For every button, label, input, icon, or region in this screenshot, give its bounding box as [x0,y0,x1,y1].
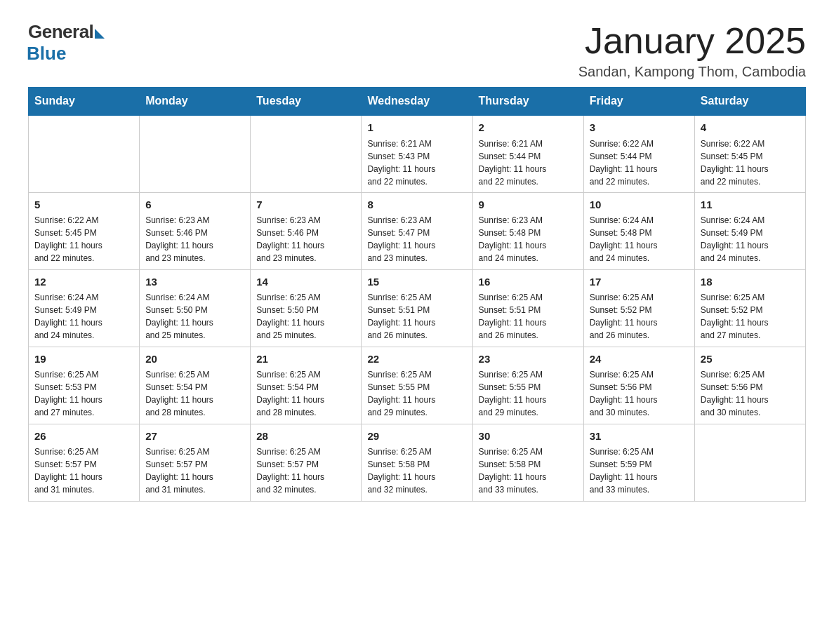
calendar-header-friday: Friday [583,88,694,116]
day-info: Sunrise: 6:22 AM Sunset: 5:45 PM Dayligh… [701,137,800,188]
day-number: 25 [701,351,800,368]
calendar-cell: 24Sunrise: 6:25 AM Sunset: 5:56 PM Dayli… [583,347,694,424]
day-number: 9 [479,197,578,213]
logo-arrow-icon [95,29,105,39]
day-info: Sunrise: 6:25 AM Sunset: 5:55 PM Dayligh… [367,368,466,419]
day-number: 6 [145,197,244,213]
calendar-cell: 11Sunrise: 6:24 AM Sunset: 5:49 PM Dayli… [694,192,805,269]
calendar-week-row: 5Sunrise: 6:22 AM Sunset: 5:45 PM Daylig… [29,192,806,269]
calendar-cell: 13Sunrise: 6:24 AM Sunset: 5:50 PM Dayli… [140,269,251,347]
calendar-cell [29,115,140,192]
calendar-week-row: 26Sunrise: 6:25 AM Sunset: 5:57 PM Dayli… [29,424,806,501]
day-info: Sunrise: 6:23 AM Sunset: 5:46 PM Dayligh… [256,214,355,264]
calendar-cell: 17Sunrise: 6:25 AM Sunset: 5:52 PM Dayli… [583,269,694,347]
day-info: Sunrise: 6:25 AM Sunset: 5:51 PM Dayligh… [479,291,578,342]
day-info: Sunrise: 6:25 AM Sunset: 5:58 PM Dayligh… [479,445,578,496]
calendar-cell: 21Sunrise: 6:25 AM Sunset: 5:54 PM Dayli… [251,347,362,424]
calendar-header-wednesday: Wednesday [362,88,472,116]
calendar-cell: 31Sunrise: 6:25 AM Sunset: 5:59 PM Dayli… [583,424,694,501]
day-number: 3 [590,120,689,136]
calendar-cell: 9Sunrise: 6:23 AM Sunset: 5:48 PM Daylig… [472,192,583,269]
day-number: 27 [145,429,244,445]
calendar-week-row: 19Sunrise: 6:25 AM Sunset: 5:53 PM Dayli… [29,347,806,424]
calendar-cell: 5Sunrise: 6:22 AM Sunset: 5:45 PM Daylig… [29,192,140,269]
calendar-week-row: 12Sunrise: 6:24 AM Sunset: 5:49 PM Dayli… [29,269,806,347]
day-number: 14 [256,274,355,290]
logo: General Blue [28,21,105,65]
calendar-header-monday: Monday [140,88,251,116]
calendar-header-sunday: Sunday [29,88,140,116]
day-number: 26 [34,429,133,445]
calendar-cell: 14Sunrise: 6:25 AM Sunset: 5:50 PM Dayli… [251,269,362,347]
calendar-cell: 6Sunrise: 6:23 AM Sunset: 5:46 PM Daylig… [140,192,251,269]
main-title: January 2025 [578,21,806,61]
day-info: Sunrise: 6:25 AM Sunset: 5:52 PM Dayligh… [701,291,800,342]
day-number: 11 [701,197,800,213]
day-info: Sunrise: 6:25 AM Sunset: 5:55 PM Dayligh… [479,368,578,419]
calendar-cell [140,115,251,192]
calendar-cell [251,115,362,192]
calendar-cell: 28Sunrise: 6:25 AM Sunset: 5:57 PM Dayli… [251,424,362,501]
calendar-cell: 23Sunrise: 6:25 AM Sunset: 5:55 PM Dayli… [472,347,583,424]
day-info: Sunrise: 6:21 AM Sunset: 5:44 PM Dayligh… [479,137,578,188]
day-info: Sunrise: 6:25 AM Sunset: 5:57 PM Dayligh… [256,445,355,496]
calendar-cell: 10Sunrise: 6:24 AM Sunset: 5:48 PM Dayli… [583,192,694,269]
day-info: Sunrise: 6:24 AM Sunset: 5:49 PM Dayligh… [34,291,133,342]
day-info: Sunrise: 6:24 AM Sunset: 5:49 PM Dayligh… [701,214,800,264]
day-number: 7 [256,197,355,213]
title-block: January 2025 Sandan, Kampong Thom, Cambo… [578,21,806,80]
calendar-week-row: 1Sunrise: 6:21 AM Sunset: 5:43 PM Daylig… [29,115,806,192]
subtitle: Sandan, Kampong Thom, Cambodia [578,64,806,80]
day-number: 19 [34,351,133,368]
calendar-cell [694,424,805,501]
calendar-cell: 22Sunrise: 6:25 AM Sunset: 5:55 PM Dayli… [362,347,472,424]
day-info: Sunrise: 6:25 AM Sunset: 5:54 PM Dayligh… [145,368,244,419]
calendar-cell: 19Sunrise: 6:25 AM Sunset: 5:53 PM Dayli… [29,347,140,424]
logo-general-text: General [28,21,93,43]
day-number: 22 [367,351,466,368]
day-number: 28 [256,429,355,445]
day-info: Sunrise: 6:21 AM Sunset: 5:43 PM Dayligh… [367,137,466,188]
day-number: 24 [590,351,689,368]
day-number: 15 [367,274,466,290]
day-info: Sunrise: 6:23 AM Sunset: 5:46 PM Dayligh… [145,214,244,264]
day-number: 2 [479,120,578,136]
day-number: 21 [256,351,355,368]
day-info: Sunrise: 6:22 AM Sunset: 5:45 PM Dayligh… [34,214,133,264]
day-number: 23 [479,351,578,368]
day-info: Sunrise: 6:25 AM Sunset: 5:52 PM Dayligh… [590,291,689,342]
day-info: Sunrise: 6:25 AM Sunset: 5:58 PM Dayligh… [367,445,466,496]
calendar-cell: 15Sunrise: 6:25 AM Sunset: 5:51 PM Dayli… [362,269,472,347]
day-info: Sunrise: 6:25 AM Sunset: 5:56 PM Dayligh… [590,368,689,419]
calendar-cell: 29Sunrise: 6:25 AM Sunset: 5:58 PM Dayli… [362,424,472,501]
calendar-cell: 30Sunrise: 6:25 AM Sunset: 5:58 PM Dayli… [472,424,583,501]
day-info: Sunrise: 6:25 AM Sunset: 5:50 PM Dayligh… [256,291,355,342]
calendar-cell: 25Sunrise: 6:25 AM Sunset: 5:56 PM Dayli… [694,347,805,424]
calendar-header-saturday: Saturday [694,88,805,116]
day-number: 1 [367,120,466,136]
day-info: Sunrise: 6:25 AM Sunset: 5:56 PM Dayligh… [701,368,800,419]
day-info: Sunrise: 6:22 AM Sunset: 5:44 PM Dayligh… [590,137,689,188]
day-number: 29 [367,429,466,445]
day-info: Sunrise: 6:24 AM Sunset: 5:50 PM Dayligh… [145,291,244,342]
day-info: Sunrise: 6:25 AM Sunset: 5:54 PM Dayligh… [256,368,355,419]
day-number: 30 [479,429,578,445]
page-header: General Blue January 2025 Sandan, Kampon… [28,21,806,80]
day-number: 13 [145,274,244,290]
day-number: 5 [34,197,133,213]
calendar-cell: 27Sunrise: 6:25 AM Sunset: 5:57 PM Dayli… [140,424,251,501]
day-info: Sunrise: 6:23 AM Sunset: 5:47 PM Dayligh… [367,214,466,264]
calendar-cell: 20Sunrise: 6:25 AM Sunset: 5:54 PM Dayli… [140,347,251,424]
day-number: 31 [590,429,689,445]
calendar-cell: 26Sunrise: 6:25 AM Sunset: 5:57 PM Dayli… [29,424,140,501]
day-info: Sunrise: 6:23 AM Sunset: 5:48 PM Dayligh… [479,214,578,264]
day-number: 18 [701,274,800,290]
day-number: 12 [34,274,133,290]
day-info: Sunrise: 6:25 AM Sunset: 5:59 PM Dayligh… [590,445,689,496]
calendar-cell: 7Sunrise: 6:23 AM Sunset: 5:46 PM Daylig… [251,192,362,269]
day-info: Sunrise: 6:25 AM Sunset: 5:51 PM Dayligh… [367,291,466,342]
day-number: 20 [145,351,244,368]
day-info: Sunrise: 6:25 AM Sunset: 5:53 PM Dayligh… [34,368,133,419]
calendar-header-thursday: Thursday [472,88,583,116]
day-number: 16 [479,274,578,290]
